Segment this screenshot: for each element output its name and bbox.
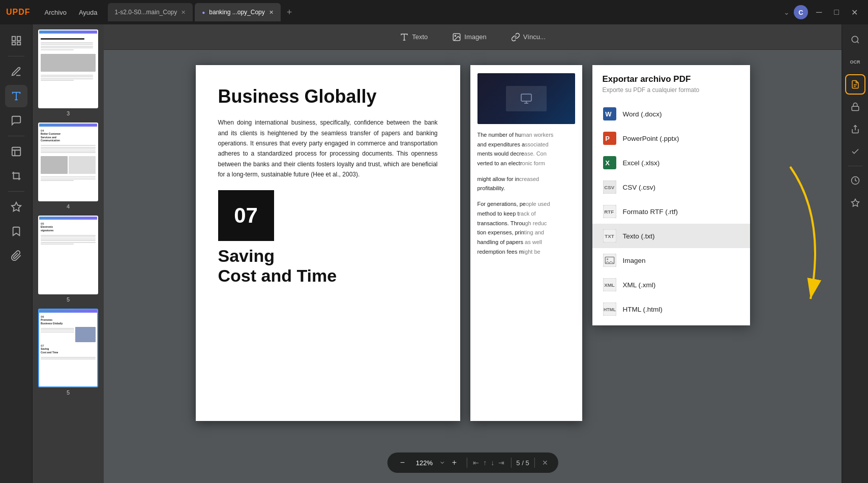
- minimize-button[interactable]: ─: [812, 6, 826, 19]
- thumb-page-3[interactable]: [38, 29, 98, 108]
- menu-ayuda[interactable]: Ayuda: [73, 6, 104, 19]
- export-header: Exportar archivo PDF Exporte su PDF a cu…: [592, 65, 750, 98]
- maximize-button[interactable]: □: [830, 6, 843, 19]
- txt-export-item[interactable]: TXT Texto (.txt): [592, 224, 750, 248]
- svg-point-29: [852, 36, 858, 42]
- svg-marker-5: [11, 202, 20, 211]
- html-export-item[interactable]: HTML HTML (.html): [592, 297, 750, 321]
- comment-icon[interactable]: [5, 109, 27, 132]
- nav-prev-button[interactable]: ↑: [482, 459, 488, 467]
- right-panel-image: [477, 73, 575, 124]
- ai-right-icon[interactable]: [845, 193, 865, 213]
- tab-2-close[interactable]: ✕: [269, 9, 274, 16]
- page-content: Business Globally When doing internation…: [104, 50, 842, 483]
- csv-icon: CSV: [603, 180, 617, 194]
- word-icon: W: [603, 107, 617, 121]
- check-right-icon[interactable]: [845, 141, 865, 162]
- html-icon: HTML: [603, 302, 617, 316]
- txt-export-label: Texto (.txt): [623, 232, 655, 240]
- image-tool-button[interactable]: Imagen: [446, 29, 492, 45]
- excel-export-item[interactable]: X Excel (.xlsx): [592, 150, 750, 175]
- svg-rect-3: [17, 42, 20, 45]
- svg-text:W: W: [605, 110, 612, 118]
- avatar[interactable]: C: [794, 5, 808, 19]
- svg-text:P: P: [605, 135, 610, 142]
- tab-2-dot: ●: [202, 10, 205, 15]
- history-right-icon[interactable]: [845, 170, 865, 191]
- thumbnail-5b[interactable]: 06 PromotesBusiness Globally 07 SavingCo…: [38, 309, 98, 396]
- thumbnail-4[interactable]: 04 Better CustomerServices andCommunicat…: [38, 123, 98, 209]
- export-right-icon[interactable]: [845, 74, 865, 95]
- word-export-item[interactable]: W Word (.docx): [592, 102, 750, 126]
- thumb-page-5b[interactable]: 06 PromotesBusiness Globally 07 SavingCo…: [38, 309, 98, 387]
- thumb-num-4: 4: [38, 203, 98, 209]
- zoom-bar-close-button[interactable]: ✕: [540, 459, 550, 467]
- rtf-export-item[interactable]: RTF Formato RTF (.rtf): [592, 199, 750, 224]
- bookmark-sidebar-icon[interactable]: [5, 220, 27, 243]
- zoom-value: 122%: [411, 459, 437, 467]
- protect-right-icon[interactable]: [845, 97, 865, 117]
- powerpoint-export-item[interactable]: P PowerPoint (.pptx): [592, 126, 750, 150]
- nav-last-button[interactable]: ⇥: [497, 459, 505, 467]
- zoom-divider-1: [466, 458, 467, 468]
- zoom-in-button[interactable]: +: [447, 456, 461, 470]
- nav-next-button[interactable]: ↓: [490, 459, 495, 467]
- search-right-icon[interactable]: [845, 29, 865, 50]
- title-bar: UPDF Archivo Ayuda 1-s2.0-S0...main_Copy…: [0, 0, 868, 24]
- zoom-out-button[interactable]: −: [395, 456, 409, 470]
- share-right-icon[interactable]: [845, 119, 865, 139]
- imagen-icon: [603, 253, 617, 267]
- page-title: Business Globally: [218, 85, 438, 107]
- svg-rect-1: [17, 37, 20, 41]
- tab-add-button[interactable]: +: [283, 7, 296, 18]
- html-export-label: HTML (.html): [623, 306, 663, 313]
- svg-text:TXT: TXT: [605, 233, 614, 239]
- pages-icon[interactable]: [5, 140, 27, 163]
- word-export-label: Word (.docx): [623, 110, 662, 118]
- thumb-num-5b: 5: [38, 389, 98, 396]
- csv-export-item[interactable]: CSV CSV (.csv): [592, 175, 750, 199]
- main-area: 3 04 Better CustomerServices andCommunic…: [0, 24, 868, 483]
- crop-icon[interactable]: [5, 165, 27, 187]
- right-text-panel: The number of human workers and expendit…: [470, 65, 582, 421]
- thumb-page-5a[interactable]: 05 Electronicsignatures: [38, 216, 98, 294]
- chevron-down-icon[interactable]: ⌄: [784, 8, 790, 16]
- xml-icon: XML: [603, 278, 617, 292]
- annotate-icon[interactable]: [5, 61, 27, 83]
- title-bar-controls: ⌄ C ─ □ ✕: [784, 5, 862, 19]
- section-number-box: 07: [218, 190, 274, 241]
- text-tool-button[interactable]: Texto: [394, 29, 434, 45]
- svg-text:XML: XML: [604, 282, 615, 288]
- tab-2-label: banking ...opy_Copy: [209, 9, 264, 16]
- read-mode-icon[interactable]: [5, 29, 27, 52]
- close-window-button[interactable]: ✕: [847, 6, 862, 19]
- ocr-right-icon[interactable]: OCR: [845, 52, 865, 72]
- attachment-icon[interactable]: [5, 245, 27, 267]
- section-title: Saving: [218, 246, 438, 266]
- rtf-export-label: Formato RTF (.rtf): [623, 208, 678, 216]
- thumb-num-5a: 5: [38, 296, 98, 303]
- nav-first-button[interactable]: ⇤: [472, 459, 480, 467]
- imagen-export-item[interactable]: Imagen: [592, 248, 750, 273]
- menu-archivo[interactable]: Archivo: [39, 6, 73, 19]
- link-tool-button[interactable]: Víncu...: [505, 29, 552, 45]
- zoom-dropdown-icon[interactable]: [439, 460, 445, 466]
- tab-2[interactable]: ● banking ...opy_Copy ✕: [195, 3, 280, 21]
- xml-export-item[interactable]: XML XML (.xml): [592, 273, 750, 297]
- tab-1-label: 1-s2.0-S0...main_Copy: [115, 9, 177, 16]
- csv-export-label: CSV (.csv): [623, 184, 656, 191]
- export-title: Exportar archivo PDF: [603, 74, 740, 84]
- link-tool-label: Víncu...: [523, 33, 546, 41]
- tab-1-close[interactable]: ✕: [181, 9, 186, 16]
- thumb-page-4[interactable]: 04 Better CustomerServices andCommunicat…: [38, 123, 98, 201]
- sidebar-divider-2: [8, 136, 24, 136]
- text-edit-icon[interactable]: [5, 85, 27, 107]
- ai-sidebar-icon[interactable]: [5, 196, 27, 218]
- export-list: W Word (.docx) P PowerPoint (.pptx): [592, 98, 750, 325]
- thumbnail-5a[interactable]: 05 Electronicsignatures 5: [38, 216, 98, 303]
- svg-text:HTML: HTML: [604, 307, 616, 312]
- page-body: When doing international business, speci…: [218, 117, 438, 179]
- thumbnail-3[interactable]: 3: [38, 29, 98, 116]
- tab-1[interactable]: 1-s2.0-S0...main_Copy ✕: [108, 3, 193, 21]
- rt-divider: [848, 166, 862, 166]
